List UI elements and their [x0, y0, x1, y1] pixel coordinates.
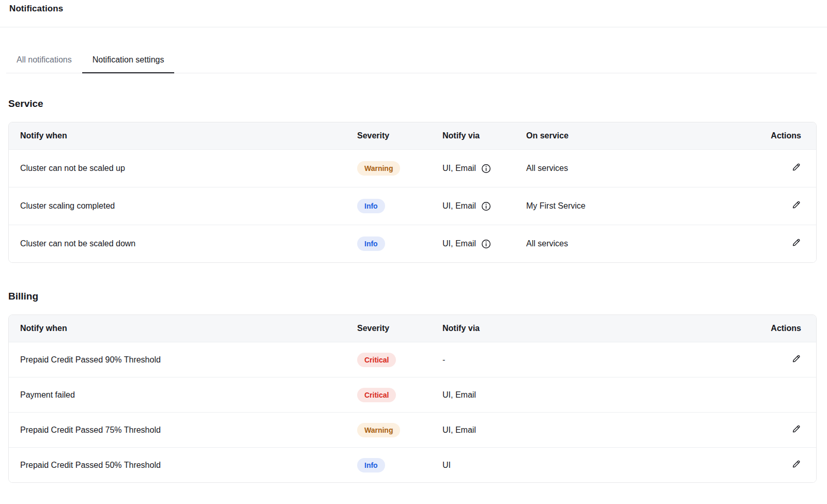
section-billing: Billing Notify whenSeverityNotify viaAct…: [0, 290, 827, 483]
pencil-edit-icon: [791, 162, 801, 174]
column-header-notify-via: Notify via: [442, 324, 768, 333]
severity-cell: Info: [357, 199, 442, 213]
severity-badge-info: Info: [357, 458, 385, 472]
table-row: Cluster can not be scaled downInfoUI, Em…: [9, 225, 816, 262]
notify-via-cell: UI, Email: [442, 239, 526, 249]
severity-cell: Info: [357, 458, 442, 472]
column-header-on-service: On service: [526, 131, 768, 140]
notify-when-cell: Payment failed: [9, 390, 357, 400]
notify-via-cell: UI: [442, 461, 768, 470]
page-title: Notifications: [9, 3, 818, 14]
section-title-service: Service: [8, 98, 827, 109]
notify-via-value: UI, Email: [442, 426, 476, 435]
edit-button[interactable]: [791, 162, 801, 174]
tab-bar: All notifications Notification settings: [6, 49, 817, 73]
table-row: Cluster scaling completedInfoUI, EmailMy…: [9, 187, 816, 225]
notify-via-value: UI, Email: [442, 164, 476, 173]
severity-badge-critical: Critical: [357, 388, 396, 402]
severity-badge-critical: Critical: [357, 353, 396, 367]
notify-when-cell: Prepaid Credit Passed 50% Threshold: [9, 461, 357, 470]
tab-all-notifications[interactable]: All notifications: [6, 49, 82, 73]
actions-cell: [768, 238, 816, 250]
edit-button[interactable]: [791, 238, 801, 249]
table-row: Prepaid Credit Passed 90% ThresholdCriti…: [9, 342, 816, 377]
notify-when-cell: Prepaid Credit Passed 75% Threshold: [9, 426, 357, 435]
notify-via-value: UI, Email: [442, 390, 476, 400]
severity-cell: Info: [357, 237, 442, 251]
severity-cell: Critical: [357, 353, 442, 367]
table-header-row: Notify whenSeverityNotify viaOn serviceA…: [9, 122, 816, 149]
notify-via-cell: UI, Email: [442, 164, 526, 174]
severity-badge-info: Info: [357, 199, 385, 213]
service-notifications-table: Notify whenSeverityNotify viaOn serviceA…: [8, 122, 817, 263]
section-service: Service Notify whenSeverityNotify viaOn …: [0, 98, 827, 263]
severity-cell: Warning: [357, 423, 442, 437]
notify-when-cell: Cluster scaling completed: [9, 201, 357, 211]
edit-button[interactable]: [791, 424, 801, 436]
column-header-notify-when: Notify when: [9, 324, 357, 333]
severity-cell: Critical: [357, 388, 442, 402]
on-service-cell: All services: [526, 239, 768, 248]
info-icon[interactable]: [481, 164, 491, 174]
edit-button[interactable]: [791, 459, 801, 471]
column-header-severity: Severity: [357, 324, 442, 333]
actions-cell: [768, 424, 816, 436]
pencil-edit-icon: [791, 200, 801, 212]
column-header-severity: Severity: [357, 131, 442, 140]
pencil-edit-icon: [791, 424, 801, 436]
column-header-actions: Actions: [768, 131, 816, 140]
info-icon[interactable]: [481, 239, 491, 249]
actions-cell: [768, 200, 816, 212]
table-row: Cluster can not be scaled upWarningUI, E…: [9, 149, 816, 187]
notify-when-cell: Prepaid Credit Passed 90% Threshold: [9, 355, 357, 365]
notify-via-cell: UI, Email: [442, 201, 526, 211]
section-title-billing: Billing: [8, 290, 827, 302]
table-header-row: Notify whenSeverityNotify viaActions: [9, 315, 816, 342]
table-row: Payment failedCriticalUI, Email: [9, 377, 816, 412]
table-row: Prepaid Credit Passed 75% ThresholdWarni…: [9, 412, 816, 447]
tab-notification-settings[interactable]: Notification settings: [82, 49, 175, 73]
table-row: Prepaid Credit Passed 50% ThresholdInfoU…: [9, 447, 816, 482]
notify-via-cell: -: [442, 355, 768, 365]
page-header: Notifications: [0, 0, 827, 27]
column-header-actions: Actions: [768, 324, 816, 333]
notify-via-value: UI, Email: [442, 239, 476, 248]
info-icon[interactable]: [481, 201, 491, 211]
pencil-edit-icon: [791, 459, 801, 471]
notify-via-cell: UI, Email: [442, 390, 768, 400]
notify-via-value: -: [442, 355, 445, 365]
main-content: Service Notify whenSeverityNotify viaOn …: [0, 98, 827, 483]
column-header-notify-via: Notify via: [442, 131, 526, 140]
notifications-page: Notifications All notifications Notifica…: [0, 0, 827, 504]
pencil-edit-icon: [791, 238, 801, 249]
billing-notifications-table: Notify whenSeverityNotify viaActions Pre…: [8, 314, 817, 483]
severity-badge-warning: Warning: [357, 161, 400, 176]
notify-via-cell: UI, Email: [442, 426, 768, 435]
notify-via-value: UI: [442, 461, 451, 470]
on-service-cell: All services: [526, 164, 768, 173]
notify-when-cell: Cluster can not be scaled down: [9, 239, 357, 248]
actions-cell: [768, 459, 816, 471]
notify-via-value: UI, Email: [442, 201, 476, 211]
severity-cell: Warning: [357, 161, 442, 176]
notify-when-cell: Cluster can not be scaled up: [9, 164, 357, 173]
column-header-notify-when: Notify when: [9, 131, 357, 140]
actions-cell: [768, 162, 816, 175]
severity-badge-warning: Warning: [357, 423, 400, 437]
actions-cell: [768, 354, 816, 366]
on-service-cell: My First Service: [526, 201, 768, 211]
edit-button[interactable]: [791, 354, 801, 366]
edit-button[interactable]: [791, 200, 801, 212]
severity-badge-info: Info: [357, 237, 385, 251]
pencil-edit-icon: [791, 354, 801, 366]
